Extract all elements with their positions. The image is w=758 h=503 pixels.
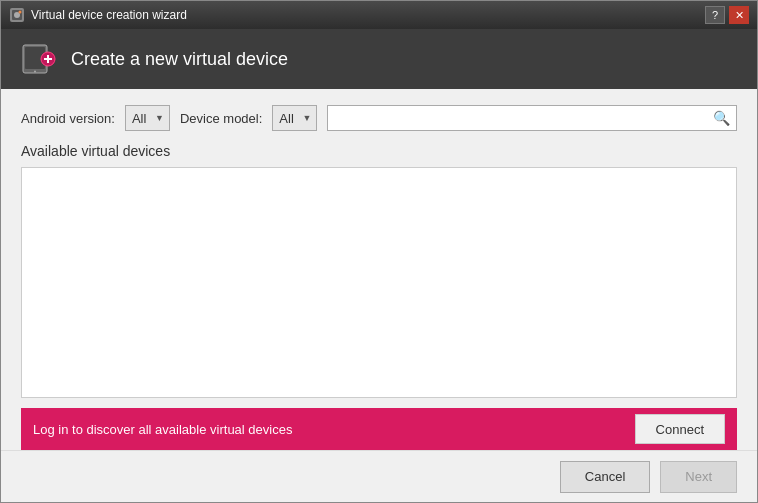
content: Android version: All Device model: All 🔍… — [1, 89, 757, 450]
device-model-label: Device model: — [180, 111, 262, 126]
search-icon: 🔍 — [713, 110, 730, 126]
next-button[interactable]: Next — [660, 461, 737, 493]
android-version-label: Android version: — [21, 111, 115, 126]
header: Create a new virtual device — [1, 29, 757, 89]
device-model-select-wrapper: All — [272, 105, 317, 131]
title-bar-label: Virtual device creation wizard — [31, 8, 705, 22]
header-title: Create a new virtual device — [71, 49, 288, 70]
search-box: 🔍 — [327, 105, 737, 131]
close-button[interactable]: ✕ — [729, 6, 749, 24]
filters-row: Android version: All Device model: All 🔍 — [21, 105, 737, 131]
window: Virtual device creation wizard ? ✕ Creat… — [0, 0, 758, 503]
device-list — [21, 167, 737, 398]
title-bar-buttons: ? ✕ — [705, 6, 749, 24]
login-banner: Log in to discover all available virtual… — [21, 408, 737, 450]
svg-point-3 — [19, 11, 22, 14]
footer: Cancel Next — [1, 450, 757, 502]
svg-point-6 — [34, 71, 36, 73]
login-banner-text: Log in to discover all available virtual… — [33, 422, 635, 437]
android-version-select[interactable]: All — [125, 105, 170, 131]
window-icon — [9, 7, 25, 23]
virtual-device-icon — [21, 41, 57, 77]
title-bar: Virtual device creation wizard ? ✕ — [1, 1, 757, 29]
device-model-select[interactable]: All — [272, 105, 317, 131]
search-input[interactable] — [334, 111, 713, 126]
section-label: Available virtual devices — [21, 143, 737, 159]
help-button[interactable]: ? — [705, 6, 725, 24]
cancel-button[interactable]: Cancel — [560, 461, 650, 493]
connect-button[interactable]: Connect — [635, 414, 725, 444]
android-version-select-wrapper: All — [125, 105, 170, 131]
